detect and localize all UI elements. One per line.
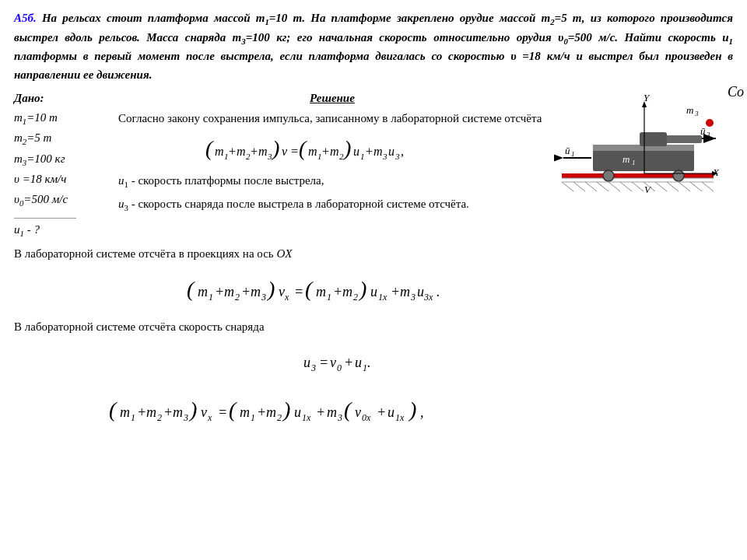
- solution-note2: u3 - скорость снаряда после выстрела в л…: [118, 194, 546, 215]
- svg-text:u: u: [353, 145, 359, 158]
- svg-text:(: (: [229, 397, 237, 422]
- svg-text:m: m: [258, 145, 268, 158]
- svg-text:m: m: [400, 284, 410, 299]
- formula1-svg: ( m 1 + m 2 + m 3 ) v = ( m 1 +: [204, 132, 461, 165]
- given-m1: m1=10 т: [14, 108, 109, 128]
- solution-col: Решение Согласно закону сохранения импул…: [115, 92, 546, 238]
- svg-text:+: +: [391, 284, 400, 299]
- svg-text:): ): [358, 277, 366, 301]
- svg-text:m: m: [146, 404, 156, 420]
- svg-text:v: v: [279, 284, 285, 299]
- svg-text:=: =: [294, 284, 303, 299]
- svg-text:m: m: [308, 145, 317, 158]
- svg-text:ū: ū: [565, 145, 570, 156]
- svg-text:1: 1: [632, 159, 636, 166]
- svg-text:.: .: [437, 284, 440, 299]
- svg-text:m: m: [686, 104, 693, 116]
- svg-text:m: m: [316, 284, 326, 299]
- svg-text:+: +: [344, 355, 353, 370]
- formula4-block: ( m 1 + m 2 + m 3 ) v x = ( m 1 + m 2 ) …: [14, 387, 733, 432]
- given-title: Дано:: [14, 92, 109, 105]
- svg-text:1: 1: [209, 292, 213, 303]
- svg-text:x: x: [284, 292, 289, 303]
- svg-line-59: [608, 182, 620, 191]
- svg-text:Y: Y: [644, 92, 651, 103]
- given-m2: m2=5 т: [14, 128, 109, 149]
- svg-text:3: 3: [183, 412, 188, 423]
- svg-text:u: u: [417, 284, 424, 299]
- solution-text1: Согласно закону сохранения импульса, зап…: [118, 110, 546, 128]
- solution-title: Решение: [118, 92, 546, 105]
- svg-text:1: 1: [571, 150, 575, 158]
- svg-text:u: u: [388, 145, 395, 158]
- svg-text:v: v: [282, 145, 288, 158]
- page: А5б. На рельсах стоит платформа массой m…: [0, 0, 747, 560]
- svg-text:u: u: [388, 404, 395, 420]
- svg-text:(: (: [205, 136, 214, 160]
- svg-text:): ): [188, 397, 197, 422]
- svg-line-56: [573, 182, 585, 191]
- svg-point-34: [603, 170, 614, 181]
- svg-text:3: 3: [694, 110, 699, 117]
- svg-text:+: +: [215, 284, 224, 299]
- svg-text:m: m: [224, 284, 234, 299]
- svg-text:3: 3: [261, 292, 266, 303]
- svg-text:+: +: [316, 404, 325, 420]
- svg-rect-33: [593, 148, 694, 171]
- svg-text:1: 1: [251, 412, 255, 423]
- svg-text:v: v: [330, 355, 336, 370]
- svg-text:3: 3: [410, 292, 416, 303]
- svg-text:1: 1: [327, 292, 331, 303]
- svg-rect-38: [640, 132, 667, 146]
- diagram-col: Y X m 3: [554, 92, 733, 238]
- svg-text:m: m: [251, 284, 261, 299]
- svg-text:+: +: [229, 145, 236, 158]
- problem-text: А5б. На рельсах стоит платформа массой m…: [14, 9, 733, 84]
- svg-text:ū: ū: [700, 125, 706, 137]
- svg-text:(: (: [109, 397, 117, 422]
- svg-line-65: [679, 182, 690, 191]
- svg-line-61: [632, 182, 644, 191]
- svg-text:1: 1: [131, 412, 135, 423]
- problem-statement: На рельсах стоит платформа массой m1=10 …: [14, 12, 733, 81]
- svg-text:u: u: [370, 284, 377, 299]
- svg-text:m: m: [215, 145, 224, 158]
- svg-text:m: m: [237, 145, 246, 158]
- svg-text:+: +: [257, 404, 266, 420]
- given-v: υ =18 км/ч: [14, 170, 109, 190]
- svg-text:): ): [282, 397, 290, 422]
- svg-text:+: +: [163, 404, 173, 420]
- formula2-svg: ( m 1 + m 2 + m 3 ) v x = ( m 1 + m 2 ) …: [163, 269, 584, 308]
- svg-text:3x: 3x: [423, 292, 433, 303]
- svg-text:+: +: [251, 145, 258, 158]
- svg-text:(: (: [344, 397, 352, 422]
- svg-text:u: u: [294, 404, 301, 420]
- svg-text:1: 1: [317, 152, 322, 161]
- svg-text:m: m: [342, 284, 352, 299]
- svg-text:.: .: [367, 355, 371, 370]
- svg-text:m: m: [240, 404, 250, 420]
- svg-text:3: 3: [395, 152, 400, 161]
- svg-rect-31: [562, 173, 714, 178]
- given-col: Дано: m1=10 т m2=5 т m3=100 кг υ =18 км/…: [14, 92, 115, 238]
- svg-text:m: m: [330, 145, 339, 158]
- svg-text:m: m: [374, 145, 383, 158]
- svg-text:+: +: [137, 404, 146, 420]
- svg-text:2: 2: [235, 292, 240, 303]
- svg-line-55: [562, 182, 573, 191]
- svg-text:3: 3: [267, 152, 272, 161]
- svg-line-66: [690, 182, 702, 191]
- svg-point-35: [673, 170, 684, 181]
- svg-text:+: +: [322, 145, 329, 158]
- svg-text:1x: 1x: [378, 292, 388, 303]
- svg-text:m: m: [622, 153, 630, 165]
- svg-text:0x: 0x: [362, 412, 371, 423]
- svg-line-67: [702, 182, 714, 191]
- svg-line-57: [585, 182, 597, 191]
- svg-text:+: +: [333, 284, 342, 299]
- svg-text:,: ,: [420, 404, 424, 420]
- svg-text:1: 1: [360, 152, 365, 161]
- svg-line-63: [655, 182, 667, 191]
- svg-text:m: m: [173, 404, 183, 420]
- formula3-svg: u 3 = v 0 + u 1 .: [272, 342, 475, 378]
